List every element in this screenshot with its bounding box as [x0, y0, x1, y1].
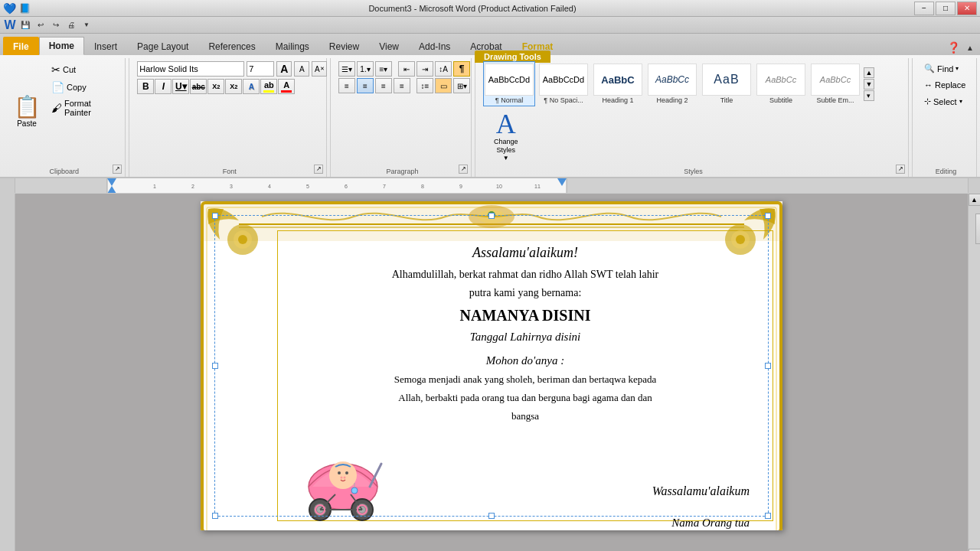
superscript-button[interactable]: X2 [225, 79, 242, 94]
find-button[interactable]: 🔍 Find ▾ [920, 61, 962, 76]
scroll-thumb[interactable] [975, 214, 981, 244]
style-subtitle-preview: AaBbCc [756, 64, 805, 96]
svg-point-29 [469, 205, 514, 228]
tab-review[interactable]: Review [319, 37, 369, 55]
styles-dialog-launcher[interactable]: ↗ [896, 165, 905, 174]
svg-point-34 [338, 471, 341, 474]
separator-3 [475, 58, 475, 177]
select-label: Select [933, 97, 957, 106]
styles-scroll-down[interactable]: ▼ [864, 79, 874, 90]
tab-addins[interactable]: Add-Ins [409, 37, 460, 55]
clear-format-button[interactable]: A✕ [312, 61, 327, 77]
select-button[interactable]: ⊹ Select ▾ [920, 94, 966, 109]
left-margin-ruler [0, 194, 15, 551]
font-size-input[interactable] [247, 61, 274, 77]
ribbon-help-button[interactable]: ❓ [946, 41, 960, 54]
undo-quick-button[interactable]: ↩ [34, 19, 47, 31]
decrease-indent-button[interactable]: ⇤ [398, 61, 415, 77]
style-subtle-em[interactable]: AaBbCc Subtle Em... [809, 61, 861, 106]
format-painter-button[interactable]: 🖌 Format Painter [47, 96, 120, 119]
styles-scroll-up[interactable]: ▲ [864, 67, 874, 78]
ribbon-minimize-button[interactable]: ▲ [963, 41, 977, 54]
clipboard-dialog-launcher[interactable]: ↗ [113, 165, 122, 174]
style-subtle-em-preview: AaBbCc [811, 64, 860, 96]
svg-point-24 [234, 230, 252, 249]
handle-top-right[interactable] [765, 213, 771, 219]
multilevel-button[interactable]: ≡▾ [375, 61, 392, 77]
bottom-section: Wassalamu'alaikum Nama Orang tua [293, 433, 757, 530]
subscript-button[interactable]: X2 [207, 79, 224, 94]
handle-bottom-left[interactable] [212, 513, 218, 519]
align-left-button[interactable]: ≡ [338, 78, 355, 93]
increase-indent-button[interactable]: ⇥ [416, 61, 433, 77]
grow-font-button[interactable]: A [276, 61, 292, 77]
style-no-space[interactable]: AaBbCcDd ¶ No Spaci... [537, 61, 590, 106]
text-effects-button[interactable]: A [243, 79, 260, 94]
paste-button[interactable]: 📋 Paste [8, 61, 46, 163]
clipboard-sub-buttons: ✂ Cut 📄 Copy 🖌 Format Painter [46, 61, 120, 163]
save-quick-button[interactable]: 💾 [18, 19, 32, 31]
justify-button[interactable]: ≡ [394, 78, 410, 93]
style-subtitle[interactable]: AaBbCc Subtitle [755, 61, 807, 106]
tab-file[interactable]: File [3, 37, 39, 55]
tab-view[interactable]: View [369, 37, 409, 55]
underline-button[interactable]: U▾ [172, 79, 189, 94]
style-title-text: AaB [714, 73, 739, 86]
style-heading1[interactable]: AaBbC Heading 1 [592, 61, 644, 106]
shading-button[interactable]: ▭ [435, 78, 452, 93]
style-title[interactable]: AaB Title [701, 61, 753, 106]
prayer-line1: Semoga menjadi anak yang sholeh, beriman… [293, 373, 757, 386]
bullets-button[interactable]: ☰▾ [338, 61, 355, 77]
handle-top[interactable] [488, 213, 495, 219]
handle-top-left[interactable] [212, 213, 218, 219]
tab-insert[interactable]: Insert [84, 37, 127, 55]
paragraph-dialog-launcher[interactable]: ↗ [459, 165, 468, 174]
scroll-up-button[interactable]: ▲ [969, 194, 981, 206]
replace-button[interactable]: ↔ Replace [920, 78, 969, 92]
style-normal[interactable]: AaBbCcDd ¶ Normal [483, 61, 535, 106]
more-quick-button[interactable]: ▼ [80, 19, 93, 31]
copy-button[interactable]: 📄 Copy [47, 79, 120, 96]
scroll-down-button[interactable]: ▼ [969, 549, 981, 551]
font-name-input[interactable] [137, 61, 244, 77]
ruler-main: 1 2 3 4 5 6 7 8 9 10 11 [15, 178, 968, 193]
style-no-space-text: AaBbCcDd [543, 75, 584, 84]
bold-button[interactable]: B [137, 79, 154, 94]
highlight-button[interactable]: ab [260, 79, 277, 94]
svg-text:5: 5 [306, 184, 309, 189]
handle-left[interactable] [212, 363, 218, 369]
document-scroll-area[interactable]: Assalamu'alaikum! Alhamdulillah, berkat … [15, 194, 968, 551]
vertical-scrollbar[interactable]: ▲ ▼ [968, 194, 980, 551]
font-dialog-launcher[interactable]: ↗ [314, 165, 323, 174]
change-styles-button[interactable]: A ChangeStyles ▼ [489, 109, 523, 163]
tab-mailings[interactable]: Mailings [266, 37, 319, 55]
borders-button[interactable]: ⊞▾ [453, 78, 470, 93]
restore-button[interactable]: □ [936, 2, 956, 15]
tab-references[interactable]: References [198, 37, 265, 55]
font-color-button[interactable]: A [278, 79, 295, 94]
svg-text:7: 7 [383, 184, 386, 189]
shrink-font-button[interactable]: A [294, 61, 309, 77]
minimize-button[interactable]: − [914, 2, 934, 15]
svg-point-33 [329, 461, 357, 489]
italic-button[interactable]: I [155, 79, 172, 94]
tab-home[interactable]: Home [39, 37, 84, 55]
close-button[interactable]: ✕ [957, 2, 977, 15]
strikethrough-button[interactable]: abc [190, 79, 207, 94]
line-spacing-button[interactable]: ↕≡ [416, 78, 433, 93]
numbering-button[interactable]: 1.▾ [357, 61, 374, 77]
style-heading2[interactable]: AaBbCc Heading 2 [646, 61, 698, 106]
show-formatting-button[interactable]: ¶ [453, 61, 470, 77]
redo-quick-button[interactable]: ↪ [49, 19, 63, 31]
align-center-button[interactable]: ≡ [357, 78, 374, 93]
svg-text:1: 1 [153, 184, 156, 189]
align-right-button[interactable]: ≡ [375, 78, 392, 93]
print-preview-button[interactable]: 🖨 [64, 19, 78, 31]
tab-page-layout[interactable]: Page Layout [127, 37, 198, 55]
copy-label: Copy [67, 83, 87, 92]
cut-button[interactable]: ✂ Cut [47, 61, 120, 78]
sort-button[interactable]: ↕A [435, 61, 452, 77]
styles-scroll-more[interactable]: ▾ [864, 90, 874, 101]
svg-point-30 [478, 210, 505, 223]
change-styles-arrow: ▼ [503, 155, 509, 161]
